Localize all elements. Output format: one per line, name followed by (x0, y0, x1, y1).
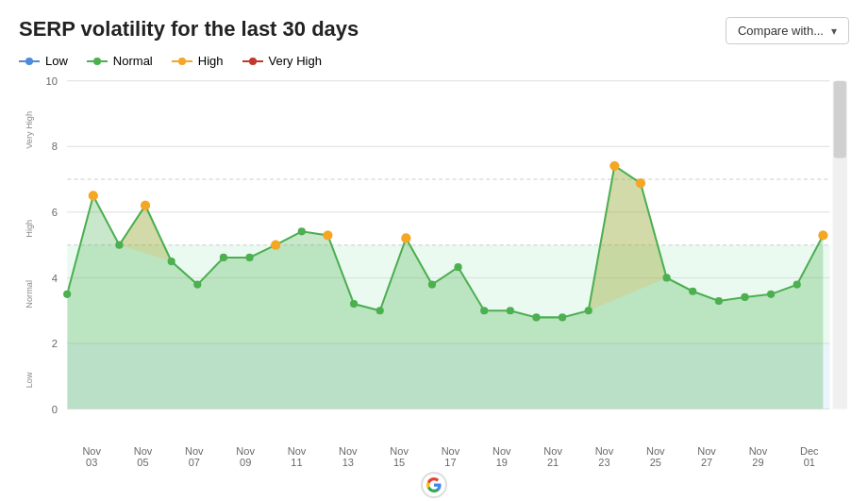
dot-26 (741, 293, 748, 301)
legend-item-normal: Normal (87, 54, 153, 68)
band-label-very-high: Very High (25, 111, 34, 149)
normal-line-icon (87, 57, 108, 66)
chart-area: 0 2 4 6 8 10 Low Normal High Very High (19, 75, 849, 443)
dot-17 (507, 307, 514, 314)
dot-4 (168, 258, 175, 265)
legend: Low Normal High Very High (19, 54, 849, 68)
scrollbar-thumb[interactable] (834, 81, 846, 159)
dot-2 (115, 242, 123, 249)
x-label-nov25: Nov25 (630, 445, 681, 468)
dot-9 (298, 227, 306, 235)
svg-point-3 (93, 58, 101, 65)
dot-22 (636, 178, 645, 188)
very-high-line-icon (242, 57, 263, 66)
google-icon (421, 472, 447, 498)
page-title: SERP volatility for the last 30 days (19, 17, 359, 42)
chevron-down-icon: ▾ (831, 25, 837, 38)
dot-10 (323, 230, 332, 240)
dot-15 (454, 263, 461, 271)
legend-item-very-high: Very High (242, 54, 322, 68)
x-label-nov05: Nov05 (117, 445, 168, 468)
x-label-nov21: Nov21 (527, 445, 578, 468)
dot-13 (401, 233, 410, 242)
legend-item-low: Low (19, 54, 68, 68)
band-label-low: Low (25, 372, 34, 388)
y-label-2: 2 (52, 338, 58, 349)
x-label-nov29: Nov29 (732, 445, 783, 468)
header-row: SERP volatility for the last 30 days Com… (19, 17, 849, 44)
dot-11 (350, 300, 358, 308)
dot-8 (271, 241, 280, 250)
dot-0 (63, 291, 71, 298)
x-label-dec01: Dec01 (784, 445, 835, 468)
dot-20 (585, 307, 593, 314)
x-label-nov19: Nov19 (476, 445, 527, 468)
svg-point-5 (178, 58, 186, 65)
svg-point-7 (249, 58, 257, 65)
dot-24 (689, 288, 696, 295)
x-label-nov17: Nov17 (425, 445, 476, 468)
y-label-0: 0 (52, 404, 58, 415)
dot-6 (220, 254, 227, 261)
x-label-nov07: Nov07 (169, 445, 220, 468)
x-label-nov13: Nov13 (323, 445, 374, 468)
dot-21 (609, 161, 619, 171)
x-label-nov27: Nov27 (681, 445, 732, 468)
dot-18 (532, 313, 540, 321)
band-label-normal: Normal (25, 280, 34, 309)
x-label-nov09: Nov09 (220, 445, 271, 468)
x-label-nov23: Nov23 (578, 445, 629, 468)
y-label-10: 10 (45, 75, 58, 87)
low-line-icon (19, 57, 40, 66)
dot-25 (715, 297, 723, 305)
dot-7 (245, 254, 253, 261)
x-label-nov15: Nov15 (374, 445, 425, 468)
y-label-4: 4 (52, 273, 58, 284)
dot-12 (376, 307, 384, 314)
dot-28 (793, 281, 801, 289)
y-label-8: 8 (52, 141, 58, 152)
dot-3 (141, 201, 150, 210)
compare-button[interactable]: Compare with... ▾ (726, 17, 849, 44)
dot-14 (428, 281, 436, 289)
google-g-svg (426, 477, 442, 493)
x-axis-labels: Nov03 Nov05 Nov07 Nov09 Nov11 Nov13 Nov1… (19, 445, 849, 468)
dot-16 (480, 307, 488, 314)
chart-svg: 0 2 4 6 8 10 Low Normal High Very High (19, 75, 849, 443)
y-label-6: 6 (52, 207, 58, 218)
x-label-nov11: Nov11 (271, 445, 322, 468)
svg-point-1 (25, 58, 33, 65)
dot-27 (767, 291, 775, 298)
dot-29 (818, 230, 827, 240)
dot-1 (89, 191, 98, 200)
high-line-icon (172, 57, 192, 66)
band-label-high: High (25, 220, 34, 238)
legend-item-high: High (172, 54, 224, 68)
google-icon-row (19, 472, 849, 498)
dot-19 (559, 313, 566, 321)
dot-5 (193, 281, 201, 289)
x-label-nov03: Nov03 (66, 445, 117, 468)
dot-23 (663, 274, 671, 281)
page-container: SERP volatility for the last 30 days Com… (0, 0, 868, 501)
